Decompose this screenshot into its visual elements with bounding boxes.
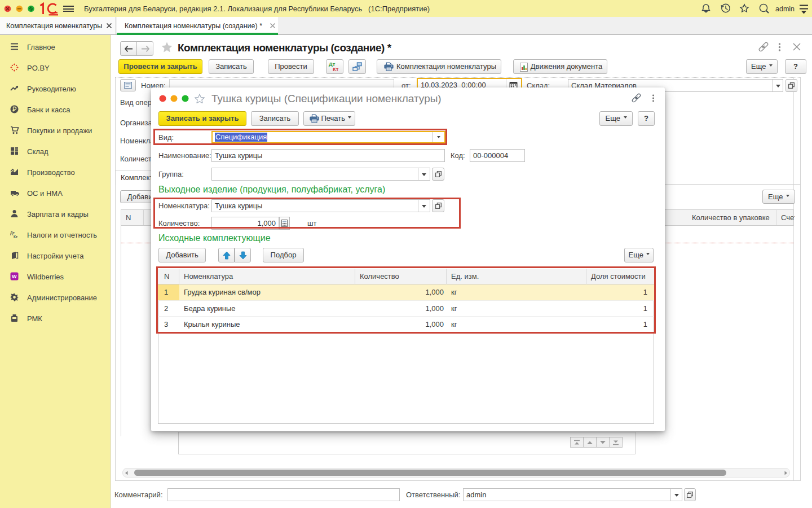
- svg-text:Кт: Кт: [14, 235, 17, 239]
- svg-text:W: W: [12, 274, 17, 279]
